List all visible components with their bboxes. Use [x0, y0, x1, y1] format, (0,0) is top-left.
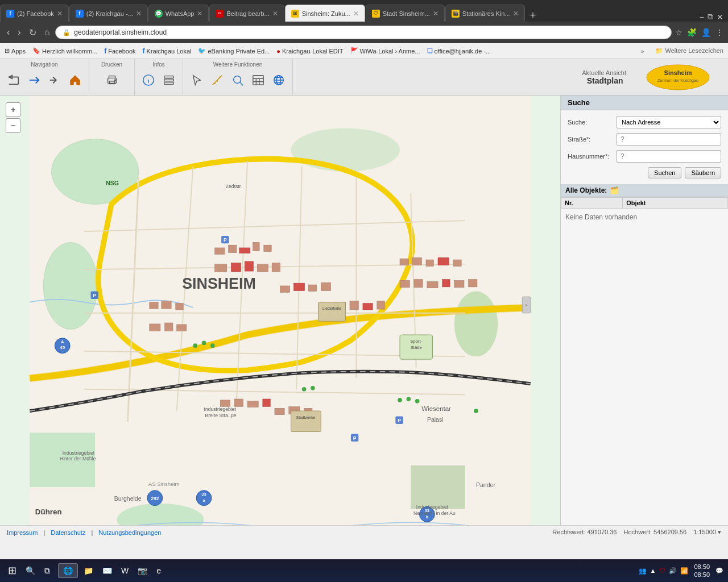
tray-people-icon[interactable]: 👥 [639, 567, 647, 575]
map-area[interactable]: P P P P A 45 33 a 292 33 [0, 95, 560, 525]
bookmark-office[interactable]: ❑ office@hjjanik.de -... [427, 47, 491, 55]
tab-sinsheim-active[interactable]: 🏛 Sinsheim: Zuku... ✕ [285, 5, 365, 22]
taskbar-word-button[interactable]: W [118, 564, 132, 577]
bookmark-star-icon[interactable]: ☆ [675, 28, 682, 37]
taskbar-edge-button[interactable]: e [153, 564, 164, 577]
taskbar-camera-button[interactable]: 📷 [134, 564, 151, 577]
nav-back-btn[interactable] [5, 70, 23, 90]
measure-tool-btn[interactable] [208, 70, 226, 90]
alle-objekte-header: Alle Objekte: 🗂️ [561, 184, 728, 197]
svg-rect-78 [234, 399, 243, 406]
restore-button[interactable]: ⧉ [708, 12, 713, 22]
extensions-icon[interactable]: 🧩 [687, 28, 697, 37]
hausnummer-input[interactable] [617, 150, 721, 163]
tab-close-stadt[interactable]: ✕ [433, 10, 439, 18]
home-button[interactable]: ⌂ [42, 26, 52, 39]
taskbar-browser-button[interactable]: 🌐 [58, 563, 78, 578]
saeubern-button[interactable]: Säubern [685, 167, 721, 178]
taskbar-clock[interactable]: 08:50 08:50 [692, 563, 712, 579]
datenschutz-link[interactable]: Datenschutz [51, 529, 85, 536]
tray-network-icon[interactable]: 📶 [680, 567, 688, 575]
bookmark-apps[interactable]: ⊞ Apps [5, 47, 26, 55]
aktuelle-ansicht: Aktuelle Ansicht: Stadtplan [582, 69, 628, 85]
tab-close-kino[interactable]: ✕ [513, 10, 519, 18]
bookmark-wiwa[interactable]: 🚩 WiWa-Lokal › Anme... [350, 47, 420, 55]
bookmark-kraichgau-edit[interactable]: ● Kraichgau-Lokal EDIT [276, 48, 343, 55]
system-tray: 👥 ▲ 🛡 🔊 📶 08:50 08:50 💬 [639, 563, 723, 579]
tab-close-fb1[interactable]: ✕ [57, 10, 63, 18]
tab-beitrag[interactable]: ✏ Beitrag bearb... ✕ [209, 5, 284, 22]
tab-kino[interactable]: 🎬 Stationäres Kin... ✕ [445, 5, 525, 22]
svg-point-117 [302, 387, 307, 392]
nav-home-btn[interactable] [66, 70, 84, 90]
print-btn[interactable] [103, 70, 121, 90]
bookmark-kraichgau-lokal[interactable]: f Kraichgau Lokal [143, 47, 192, 55]
profile-icon[interactable]: 👤 [701, 28, 711, 37]
tray-antivirus-icon[interactable]: 🛡 [659, 567, 665, 574]
tab-facebook1[interactable]: f (2) Facebook ✕ [0, 5, 69, 22]
toolbar-icons: ☆ 🧩 👤 ⋮ [675, 28, 723, 37]
menu-icon[interactable]: ⋮ [715, 28, 723, 37]
new-tab-button[interactable]: + [526, 10, 541, 22]
layers-btn[interactable] [160, 70, 178, 90]
address-bar[interactable]: 🔒 geodatenportal.sinsheim.cloud [55, 26, 672, 39]
tray-up-icon[interactable]: ▲ [650, 567, 656, 574]
bookmark-herzlich[interactable]: 🔖 Herzlich willkomm... [32, 47, 97, 55]
table-btn[interactable] [249, 70, 267, 90]
tab-whatsapp[interactable]: 💬 WhatsApp ✕ [148, 5, 209, 22]
taskbar-explorer-button[interactable]: 📁 [80, 564, 97, 577]
reload-button[interactable]: ↻ [27, 26, 39, 39]
tab-title-kraichgau: (2) Kraichgau -... [86, 10, 133, 17]
svg-rect-66 [321, 282, 330, 290]
nav-forward-btn[interactable] [25, 70, 43, 90]
nutzungsbedingungen-link[interactable]: Nutzungsbedingungen [98, 529, 161, 536]
svg-text:NSG: NSG [106, 180, 119, 186]
bookmark-kraichgau-label: Kraichgau Lokal [147, 48, 192, 55]
task-view-button[interactable]: ⧉ [41, 564, 53, 578]
zoom-in-button[interactable]: + [6, 102, 20, 117]
toolbar-section-navigation: Navigation [0, 59, 89, 95]
toolbar-header-right: Aktuelle Ansicht: Stadtplan Sinsheim Zen… [573, 59, 728, 95]
bookmark-ebanking[interactable]: 🐦 eBanking Private Ed... [198, 47, 270, 55]
nav-next-btn[interactable] [46, 70, 64, 90]
start-button[interactable]: ⊞ [5, 562, 20, 579]
tab-title-beitrag: Beitrag bearb... [226, 10, 269, 17]
more-bookmarks-button[interactable]: » [640, 48, 644, 55]
globe-btn[interactable] [270, 70, 288, 90]
svg-text:P: P [398, 418, 401, 423]
suchen-button[interactable]: Suchen [648, 167, 681, 178]
tab-close-kraichgau[interactable]: ✕ [136, 10, 142, 18]
suche-dropdown[interactable]: Nach Adresse Nach Objekt Koordinaten [617, 116, 721, 128]
taskbar-mail-button[interactable]: ✉️ [99, 564, 115, 577]
back-button[interactable]: ‹ [5, 26, 12, 39]
tray-notification-icon[interactable]: 💬 [715, 567, 723, 575]
svg-rect-93 [454, 280, 464, 287]
strasse-input[interactable] [617, 133, 721, 146]
toolbar-section-infos: Infos [135, 59, 183, 95]
select-tool-btn[interactable] [188, 70, 206, 90]
scale-display[interactable]: 1:15000 ▾ [693, 529, 721, 536]
bookmark-facebook[interactable]: f Facebook [104, 47, 135, 55]
zoom-out-button[interactable]: − [6, 118, 20, 133]
svg-point-36 [43, 242, 98, 329]
impressum-link[interactable]: Impressum [7, 529, 38, 536]
info-btn[interactable] [139, 70, 158, 90]
tab-close-wa[interactable]: ✕ [197, 10, 202, 18]
close-button[interactable]: ✕ [717, 13, 723, 22]
search-taskbar-button[interactable]: 🔍 [22, 564, 39, 577]
minimize-button[interactable]: − [700, 13, 704, 22]
alle-objekte-section: Alle Objekte: 🗂️ Nr. Objekt Keine Daten … [561, 184, 728, 226]
reading-list-button[interactable]: 📁 Weitere Lesezeichen [655, 47, 723, 55]
tab-close-beitrag[interactable]: ✕ [272, 10, 278, 18]
form-buttons: Suchen Säubern [568, 167, 721, 178]
tab-close-sinsheim[interactable]: ✕ [353, 10, 359, 18]
tray-speaker-icon[interactable]: 🔊 [669, 567, 677, 575]
svg-rect-86 [426, 260, 433, 266]
tab-kraichgau[interactable]: f (2) Kraichgau -... ✕ [69, 5, 148, 22]
svg-text:Neuland / In der Au: Neuland / In der Au [413, 510, 456, 516]
tab-stadt[interactable]: 🛡 Stadt Sinsheim... ✕ [366, 5, 445, 22]
forward-button[interactable]: › [15, 26, 23, 39]
svg-rect-72 [162, 301, 171, 309]
search-map-btn[interactable] [229, 70, 247, 90]
tab-favicon-wa: 💬 [155, 10, 163, 18]
